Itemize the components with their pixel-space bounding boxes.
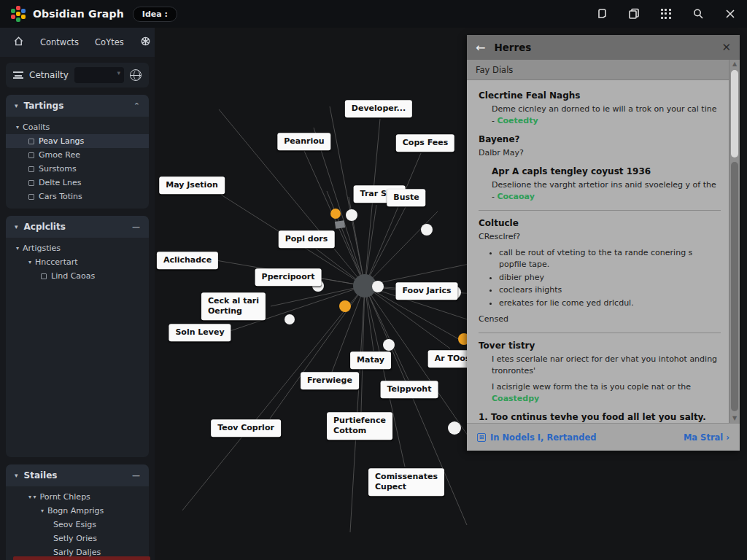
panel-scrollbar[interactable]: ▲ ▼ [729, 60, 740, 423]
graph-node-square[interactable] [335, 220, 345, 229]
graph-node-white[interactable] [346, 209, 357, 221]
graph-node-label[interactable]: Aclichadce [157, 252, 218, 269]
green-link[interactable]: Coastedpy [492, 394, 539, 403]
panel-heading: Apr A capls tengley coyust 1936 [492, 166, 721, 176]
bullet-item: call be rout of vteting to the ta rande … [499, 247, 721, 271]
graph-node-label[interactable]: Developer... [345, 100, 412, 117]
expander-icon[interactable]: ▾ [16, 245, 19, 252]
graph-node-white[interactable] [383, 339, 395, 351]
tree-item[interactable]: ▾Coalits [6, 120, 149, 134]
collapse-icon[interactable]: — [132, 222, 140, 232]
left-sidebar: Contwcts CoYtes Cetnailty ▾Tartings⌃▾Coa… [0, 28, 155, 560]
settings-icon[interactable] [140, 36, 151, 49]
workspace-badge[interactable]: Idea : [133, 7, 177, 22]
graph-node-label[interactable]: Teippvoht [381, 381, 438, 398]
graph-node-white[interactable] [372, 281, 384, 292]
tree-item[interactable]: Setly Ories [6, 532, 149, 545]
expander-icon[interactable]: ▾ [16, 124, 19, 131]
graph-node-label[interactable]: May Jsetion [159, 176, 225, 194]
section-header-tartings[interactable]: ▾Tartings⌃ [6, 95, 149, 117]
note-icon [28, 180, 34, 186]
green-link[interactable]: Coetedty [497, 116, 538, 125]
help-panel: ← Herres ✕ Fay Dials Clecrtine Feal Nagh… [467, 35, 740, 451]
graph-node-white[interactable] [448, 421, 461, 435]
grid-icon[interactable] [659, 7, 673, 20]
panel-text: Deselione the varght artetior ins anid s… [492, 179, 721, 203]
tree-item[interactable]: ▾Hnccertart [6, 255, 149, 269]
tree-item-label: Artigsties [23, 244, 61, 253]
notification-icon[interactable] [595, 7, 608, 20]
tree-item[interactable]: Delte Lnes [6, 176, 149, 190]
nodes-icon: ⊞ [477, 433, 486, 442]
tree-item[interactable]: Surstoms [6, 162, 149, 176]
panel-heading: Tover tistry [479, 341, 721, 351]
tree-item-label: Peav Langs [39, 136, 84, 146]
filter-label: Cetnailty [29, 70, 69, 80]
nav-link-covtes[interactable]: CoYtes [95, 37, 124, 47]
section-header-stailes[interactable]: ▾Stailes— [6, 464, 149, 486]
chevron-down-icon: ▾ [15, 472, 18, 479]
graph-node-orange[interactable] [339, 300, 351, 312]
graph-node-white[interactable] [285, 314, 295, 324]
collapse-icon[interactable]: — [132, 471, 140, 481]
graph-node-label[interactable]: Ppercipoort [255, 268, 322, 286]
footer-link-more[interactable]: Ma Stral › [684, 432, 729, 443]
graph-edge [350, 286, 365, 532]
globe-icon[interactable] [130, 69, 142, 81]
bullet-item: erekates for lie come yed drlcdul. [499, 298, 721, 310]
scrollbar-thumb[interactable] [731, 70, 738, 158]
footer-link-nodes[interactable]: ⊞ In Nodels I, Rertanded [477, 432, 597, 443]
tree-item[interactable]: Lind Caoas [6, 269, 149, 283]
close-icon[interactable] [724, 7, 737, 20]
section-empty-space [6, 288, 149, 457]
nav-link-contacts[interactable]: Contwcts [40, 37, 79, 47]
sidebar-section-tartings: ▾Tartings⌃▾CoalitsPeav LangsGmoe ReeSurs… [6, 95, 149, 209]
scroll-up-icon[interactable]: ▲ [729, 60, 740, 69]
tree-item-label: Coalits [23, 122, 50, 132]
tree-item[interactable]: Seov Esigs [6, 518, 149, 532]
graph-node-label[interactable]: Buste [387, 189, 425, 206]
graph-node-label[interactable]: Teov Coprlor [211, 419, 281, 437]
scroll-down-icon[interactable]: ▼ [729, 414, 740, 423]
filter-dropdown[interactable] [74, 67, 124, 83]
tree-item-label: Cars Totins [39, 192, 82, 201]
graph-node-white[interactable] [421, 224, 433, 236]
section-header-acplclits[interactable]: ▾Acplclits— [6, 216, 149, 238]
tree-item[interactable]: ▾Artigsties [6, 241, 149, 255]
expander-icon[interactable]: ▾ [41, 508, 44, 514]
scrollbar-track [731, 162, 738, 411]
collapse-icon[interactable]: ⌃ [133, 101, 140, 111]
divider [479, 210, 721, 211]
tree-item[interactable]: ▾Bogn Amprigs [6, 504, 149, 518]
graph-node-label[interactable]: Foov Jarics [396, 282, 458, 300]
tree-item[interactable]: Peav Langs [6, 134, 149, 148]
expander-icon[interactable]: ▾ ▾ [28, 494, 36, 500]
panel-close-icon[interactable]: ✕ [721, 41, 731, 54]
graph-node-orange[interactable] [330, 209, 341, 219]
section-title: Acplclits [24, 222, 66, 232]
section-title: Stailes [24, 470, 58, 481]
graph-node-label[interactable]: Comissenates Cupect [368, 468, 444, 496]
graph-node-label[interactable]: Matay [350, 351, 391, 369]
tree-item[interactable]: Cars Totins [6, 190, 149, 203]
green-link[interactable]: Cocaoay [497, 192, 534, 201]
graph-node-label[interactable]: Soln Levey [169, 324, 231, 341]
app-logo-icon [10, 6, 26, 22]
tree-item-label: Lind Caoas [51, 271, 95, 281]
graph-node-label[interactable]: Frerwiege [301, 372, 359, 389]
tree-item[interactable]: Gmoe Ree [6, 148, 149, 162]
search-icon[interactable] [692, 7, 705, 20]
note-icon [28, 139, 34, 144]
graph-node-label[interactable]: Popl dors [279, 230, 335, 248]
home-icon[interactable] [13, 36, 24, 49]
graph-node-label[interactable]: Peanriou [277, 133, 330, 150]
tree-item-label: Bogn Amprigs [47, 506, 104, 516]
tree-item[interactable]: ▾ ▾Pornt Chleps [6, 490, 149, 504]
app-title: Obsidian Graph [33, 8, 124, 20]
graph-node-label[interactable]: Ceck al tari Oerting [201, 292, 266, 320]
back-icon[interactable]: ← [476, 41, 485, 55]
graph-node-label[interactable]: Purtiefence Cottom [327, 412, 392, 440]
graph-node-label[interactable]: Cops Fees [396, 134, 454, 152]
windows-icon[interactable] [627, 7, 640, 20]
expander-icon[interactable]: ▾ [28, 259, 31, 265]
